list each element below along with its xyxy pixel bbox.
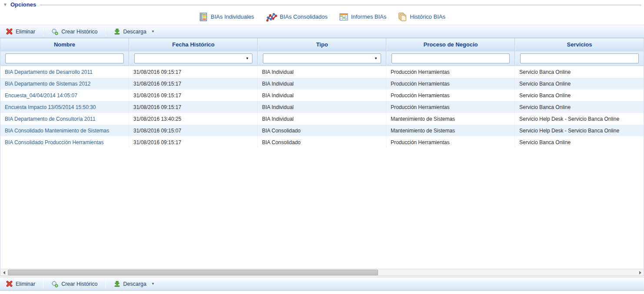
nav-label: Histórico BIAs [410, 13, 445, 20]
filter-cell-tipo: ▼ [258, 51, 386, 66]
nav-label: Informes BIAs [351, 13, 387, 20]
crear-historico-button-bottom[interactable]: Crear Histórico [47, 279, 102, 289]
tipo-filter-select[interactable]: ▼ [263, 53, 381, 63]
toolbar-separator [106, 28, 106, 36]
descarga-button[interactable]: Descarga ▼ [110, 26, 159, 36]
cell-fecha-historico: 31/08/2016 09:15:07 [129, 125, 258, 136]
cell-proceso-negocio: Producción Herramientas [386, 136, 515, 148]
cell-proceso-negocio: Mantenimiento de Sistemas [386, 113, 515, 125]
cell-nombre-link[interactable]: BIA Departamento de Desarrollo 2011 [0, 66, 129, 78]
crear-historico-label: Crear Histórico [61, 281, 97, 287]
cell-tipo: BIA Individual [258, 101, 386, 113]
delete-x-icon [6, 281, 13, 287]
column-header-nombre[interactable]: Nombre [0, 38, 129, 51]
right-triangle-icon [639, 271, 641, 274]
cell-nombre-link[interactable]: Encuesta Impacto 13/05/2014 15:50:30 [0, 101, 129, 113]
options-panel-label: Opciones [10, 1, 36, 8]
cell-servicios: Servicio Help Desk - Servicio Banca Onli… [515, 125, 644, 136]
nav-item-historico-bias[interactable]: Histórico BIAs [398, 12, 445, 22]
proceso-negocio-filter-input[interactable] [392, 53, 510, 63]
page: ▼ Opciones [0, 0, 644, 294]
cell-nombre-link[interactable]: Encuesta_04/04/2014 14:05:07 [0, 89, 129, 101]
cell-nombre-link[interactable]: BIA Departamento de Consultoría 2011 [0, 113, 129, 125]
options-panel-header: ▼ Opciones [0, 0, 644, 8]
column-header-proceso-negocio[interactable]: Proceso de Negocio [386, 38, 515, 51]
nav-item-informes-bias[interactable]: Informes BIAs [339, 12, 387, 22]
historico-bias-icon [398, 12, 407, 22]
eliminar-label: Eliminar [16, 281, 35, 287]
column-header-tipo[interactable]: Tipo [258, 38, 386, 51]
cell-tipo: BIA Consolidado [258, 136, 386, 148]
informes-bias-icon [339, 12, 349, 22]
cell-tipo: BIA Individual [258, 113, 386, 125]
collapse-arrow-icon[interactable]: ▼ [3, 3, 7, 7]
cell-servicios: Servicio Banca Online [515, 101, 644, 113]
cell-tipo: BIA Individual [258, 78, 386, 89]
cell-servicios: Servicio Banca Online [515, 136, 644, 148]
nav-tabs: BIAs Individuales BIAs Consolidados [0, 8, 644, 25]
eliminar-label: Eliminar [16, 29, 35, 35]
column-header-fecha-historico[interactable]: Fecha Histórico [129, 38, 258, 51]
cell-fecha-historico: 31/08/2016 09:15:17 [129, 78, 258, 89]
descarga-button-bottom[interactable]: Descarga ▼ [110, 279, 159, 289]
filter-cell-proceso-negocio [386, 51, 515, 66]
toolbar-separator [43, 280, 43, 288]
delete-x-icon [6, 28, 13, 35]
descarga-label: Descarga [123, 29, 147, 35]
bottom-gap [0, 291, 644, 292]
table-row[interactable]: BIA Consolidado Producción Herramientas … [0, 136, 644, 148]
table-row[interactable]: BIA Departamento de Consultoría 2011 31/… [0, 113, 644, 125]
cell-proceso-negocio: Producción Herramientas [386, 78, 515, 89]
nav-label: BIAs Consolidados [280, 13, 328, 20]
fecha-historico-filter-select[interactable]: ▼ [134, 53, 252, 63]
scroll-left-arrow[interactable] [0, 269, 7, 276]
cell-proceso-negocio: Mantenimiento de Sistemas [386, 125, 515, 136]
table-row[interactable]: BIA Consolidado Mantenimiento de Sistema… [0, 125, 644, 136]
cell-nombre-link[interactable]: BIA Consolidado Producción Herramientas [0, 136, 129, 148]
cell-tipo: BIA Individual [258, 66, 386, 78]
crear-historico-label: Crear Histórico [61, 29, 97, 35]
filter-cell-nombre [0, 51, 129, 66]
table-row[interactable]: Encuesta_04/04/2014 14:05:07 31/08/2016 … [0, 89, 644, 101]
grid-filter-row: ▼ ▼ [0, 51, 644, 66]
scrollbar-thumb[interactable] [8, 270, 378, 275]
magnifier-add-icon [51, 281, 58, 287]
nav-item-bias-individuales[interactable]: BIAs Individuales [199, 12, 254, 22]
cell-nombre-link[interactable]: BIA Consolidado Mantenimiento de Sistema… [0, 125, 129, 136]
select-caret-icon: ▼ [246, 56, 249, 60]
top-toolbar: Eliminar Crear Histórico Des [0, 25, 644, 38]
cell-proceso-negocio: Producción Herramientas [386, 66, 515, 78]
servicios-filter-input[interactable] [520, 53, 639, 63]
cell-fecha-historico: 31/08/2016 09:15:17 [129, 89, 258, 101]
cell-servicios: Servicio Banca Online [515, 89, 644, 101]
filter-cell-servicios [515, 51, 644, 66]
cell-tipo: BIA Consolidado [258, 125, 386, 136]
cell-proceso-negocio: Producción Herramientas [386, 101, 515, 113]
download-icon [114, 28, 120, 35]
dropdown-caret-icon: ▼ [151, 282, 155, 286]
cell-servicios: Servicio Help Desk - Servicio Banca Onli… [515, 113, 644, 125]
grid-header-row: Nombre Fecha Histórico Tipo Proceso de N… [0, 38, 644, 51]
cell-nombre-link[interactable]: BIA Departamento de Sistemas 2012 [0, 78, 129, 89]
nav-item-bias-consolidados[interactable]: BIAs Consolidados [266, 12, 328, 22]
select-caret-icon: ▼ [374, 56, 378, 60]
bottom-toolbar: Eliminar Crear Histórico Des [0, 277, 644, 291]
horizontal-scrollbar[interactable] [0, 269, 644, 276]
cell-fecha-historico: 31/08/2016 13:40:25 [129, 113, 258, 125]
dropdown-caret-icon: ▼ [151, 30, 155, 33]
bia-consolidados-icon [266, 12, 277, 22]
crear-historico-button[interactable]: Crear Histórico [47, 26, 102, 37]
table-row[interactable]: BIA Departamento de Sistemas 2012 31/08/… [0, 78, 644, 89]
nombre-filter-input[interactable] [5, 53, 124, 63]
grid-body: BIA Departamento de Desarrollo 2011 31/0… [0, 66, 644, 269]
toolbar-separator [43, 28, 43, 36]
eliminar-button[interactable]: Eliminar [2, 26, 40, 36]
scroll-right-arrow[interactable] [637, 269, 644, 276]
cell-fecha-historico: 31/08/2016 09:15:17 [129, 66, 258, 78]
table-row[interactable]: Encuesta Impacto 13/05/2014 15:50:30 31/… [0, 101, 644, 113]
column-header-servicios[interactable]: Servicios [515, 38, 644, 51]
left-triangle-icon [3, 271, 5, 274]
eliminar-button-bottom[interactable]: Eliminar [2, 279, 40, 289]
cell-fecha-historico: 31/08/2016 09:15:17 [129, 101, 258, 113]
table-row[interactable]: BIA Departamento de Desarrollo 2011 31/0… [0, 66, 644, 78]
